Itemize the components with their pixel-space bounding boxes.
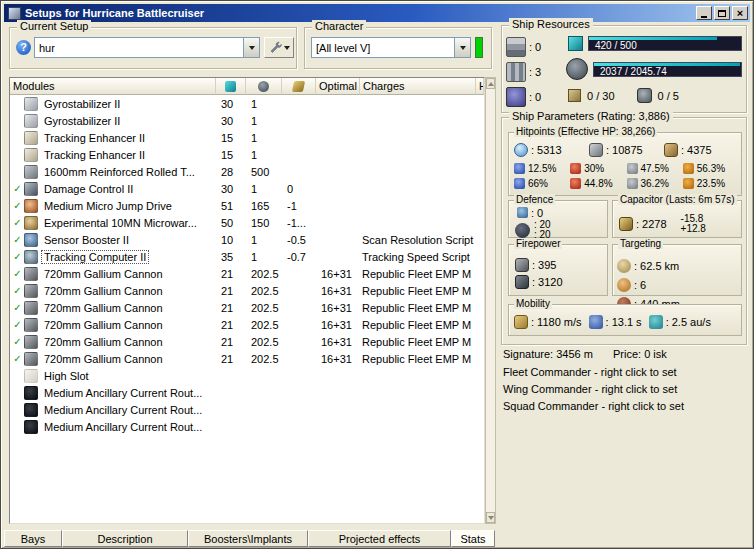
optimal-value: 16+31 xyxy=(316,302,360,314)
price-value: Price: 0 isk xyxy=(613,348,667,360)
max-targets: : 6 xyxy=(634,279,646,291)
charges-value: Republic Fleet EMP M xyxy=(360,319,476,331)
module-row[interactable]: ✓Experimental 10MN Microwar...50150-1... xyxy=(10,214,484,231)
module-name: High Slot xyxy=(42,370,91,382)
character-dropdown-arrow[interactable] xyxy=(454,38,470,57)
warp-speed-value: : 2.5 au/s xyxy=(666,316,711,328)
module-row[interactable]: ✓Damage Control II3010 xyxy=(10,180,484,197)
kinetic-icon xyxy=(627,163,638,174)
module-row[interactable]: High Slot xyxy=(10,367,484,384)
module-name-cell: ✓Sensor Booster II xyxy=(10,233,216,247)
squad-commander-slot[interactable]: Squad Commander - right click to set xyxy=(503,400,684,412)
module-row[interactable]: ✓720mm Gallium Cannon21202.516+31Republi… xyxy=(10,350,484,367)
maximize-button[interactable] xyxy=(714,6,730,20)
module-row[interactable]: Medium Ancillary Current Rout... xyxy=(10,418,484,435)
character-dropdown[interactable]: [All level V] xyxy=(311,37,471,58)
module-row[interactable]: Gyrostabilizer II301 xyxy=(10,112,484,129)
module-row[interactable]: ✓720mm Gallium Cannon21202.516+31Republi… xyxy=(10,316,484,333)
module-row[interactable]: ✓Tracking Computer II351-0.7Tracking Spe… xyxy=(10,248,484,265)
cpu-value: 28 xyxy=(216,166,246,178)
help-icon[interactable]: ? xyxy=(16,40,31,55)
column-optimal[interactable]: Optimal xyxy=(316,78,360,95)
thermal-icon xyxy=(570,178,581,189)
module-name-cell: ✓Experimental 10MN Microwar... xyxy=(10,216,216,230)
active-check-icon: ✓ xyxy=(10,200,23,211)
cpu-value: 21 xyxy=(216,268,246,280)
optimal-value: 16+31 xyxy=(316,336,360,348)
module-row[interactable]: ✓720mm Gallium Cannon21202.516+31Republi… xyxy=(10,265,484,282)
active-check-icon: ✓ xyxy=(10,319,23,330)
align-time-cell: : 13.1 s xyxy=(589,315,642,329)
tab-bays[interactable]: Bays xyxy=(4,530,62,547)
module-name: Medium Micro Jump Drive xyxy=(42,200,174,212)
optimal-value: 16+31 xyxy=(316,353,360,365)
module-row[interactable]: Tracking Enhancer II151 xyxy=(10,129,484,146)
em-icon xyxy=(514,178,525,189)
speed-value: : 1180 m/s xyxy=(531,316,582,328)
module-name-cell: ✓720mm Gallium Cannon xyxy=(10,267,216,281)
current-setup-label: Current Setup xyxy=(17,20,91,32)
column-cpu[interactable] xyxy=(216,78,246,95)
module-row[interactable]: Tracking Enhancer II151 xyxy=(10,146,484,163)
firepower-label: Firepower xyxy=(514,238,562,249)
column-hardpoints[interactable]: H... xyxy=(476,78,484,95)
column-modules[interactable]: Modules xyxy=(10,78,216,95)
column-powergrid[interactable] xyxy=(246,78,282,95)
module-name: 720mm Gallium Cannon xyxy=(42,302,165,314)
module-name-cell: 1600mm Reinforced Rolled T... xyxy=(10,165,216,179)
calibration-icon xyxy=(568,89,581,102)
powergrid-value: 165 xyxy=(246,200,282,212)
module-row[interactable]: Medium Ancillary Current Rout... xyxy=(10,384,484,401)
active-check-icon: ✓ xyxy=(10,336,23,347)
powergrid-value: 1 xyxy=(246,115,282,127)
capacitor-icon xyxy=(619,217,633,231)
module-name-cell: Tracking Enhancer II xyxy=(10,148,216,162)
tab-projected-effects[interactable]: Projected effects xyxy=(308,530,451,547)
hitpoints-row: : 5313 : 10875 : 4375 xyxy=(514,143,739,157)
module-row[interactable]: ✓720mm Gallium Cannon21202.516+31Republi… xyxy=(10,299,484,316)
optimal-value: 16+31 xyxy=(316,268,360,280)
module-row[interactable]: ✓720mm Gallium Cannon21202.516+31Republi… xyxy=(10,282,484,299)
mobility-row: : 1180 m/s : 13.1 s : 2.5 au/s xyxy=(514,315,718,329)
modules-scrollbar[interactable] xyxy=(485,77,496,524)
module-row[interactable]: ✓Sensor Booster II101-0.5Scan Resolution… xyxy=(10,231,484,248)
bottom-tabs: BaysDescriptionBoosters\ImplantsProjecte… xyxy=(4,530,495,547)
resist-value: 12.5% xyxy=(528,163,556,174)
resist-cell: 36.2% xyxy=(627,178,683,189)
module-row[interactable]: ✓720mm Gallium Cannon21202.516+31Republi… xyxy=(10,333,484,350)
setup-dropdown-arrow[interactable] xyxy=(243,38,259,57)
cpu-value: 30 xyxy=(216,98,246,110)
module-rows: Gyrostabilizer II301Gyrostabilizer II301… xyxy=(10,95,484,435)
tab-stats[interactable]: Stats xyxy=(451,530,495,547)
cap-value: 0 xyxy=(282,183,316,195)
tab-description[interactable]: Description xyxy=(62,530,188,547)
column-charges[interactable]: Charges xyxy=(360,78,476,95)
cpu-value: 21 xyxy=(216,319,246,331)
signature-value: Signature: 3456 m xyxy=(503,348,593,360)
cannon-icon xyxy=(24,301,38,315)
resist-value: 23.5% xyxy=(697,178,725,189)
setup-dropdown[interactable]: hur xyxy=(34,37,260,58)
optimal-value: 16+31 xyxy=(316,319,360,331)
scroll-down-icon[interactable] xyxy=(486,512,495,523)
module-row[interactable]: Gyrostabilizer II301 xyxy=(10,95,484,112)
minimize-button[interactable] xyxy=(696,6,712,20)
column-capacitor[interactable] xyxy=(282,78,316,95)
chevron-down-icon xyxy=(460,46,466,50)
cap-value: -0.7 xyxy=(282,251,316,263)
setup-tools-button[interactable] xyxy=(264,37,294,58)
titlebar[interactable]: Setups for Hurricane Battlecruiser × xyxy=(4,4,750,22)
module-row[interactable]: ✓Medium Micro Jump Drive51165-1 xyxy=(10,197,484,214)
module-row[interactable]: 1600mm Reinforced Rolled T...28500 xyxy=(10,163,484,180)
wing-commander-slot[interactable]: Wing Commander - right click to set xyxy=(503,383,677,395)
module-name: Tracking Enhancer II xyxy=(42,149,147,161)
slot-count: : 0 xyxy=(529,41,541,53)
powergrid-value: 1 xyxy=(246,251,282,263)
scroll-up-icon[interactable] xyxy=(486,78,495,89)
cannon-icon xyxy=(24,352,38,366)
fleet-commander-slot[interactable]: Fleet Commander - right click to set xyxy=(503,366,677,378)
module-row[interactable]: Medium Ancillary Current Rout... xyxy=(10,401,484,418)
tab-boosters-implants[interactable]: Boosters\Implants xyxy=(188,530,308,547)
dps-row: : 395 xyxy=(515,256,607,273)
close-button[interactable]: × xyxy=(732,6,748,20)
